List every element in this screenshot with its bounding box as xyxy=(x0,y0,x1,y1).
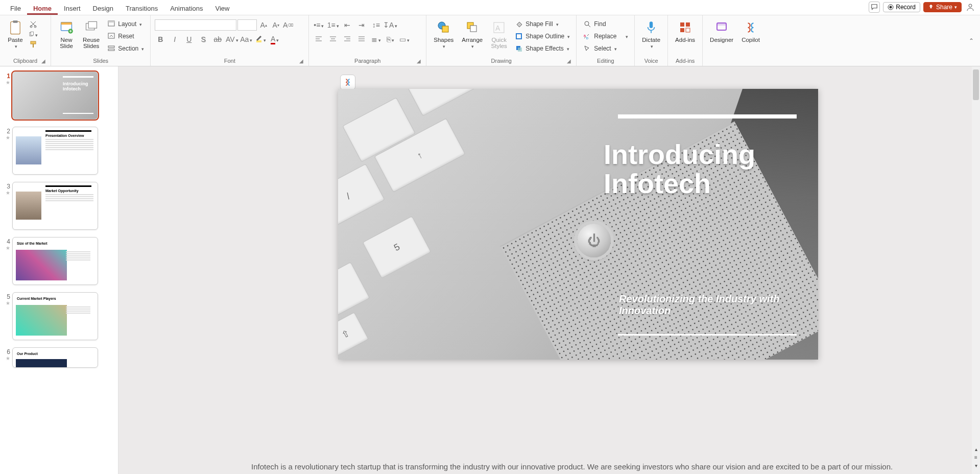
font-launcher-icon[interactable]: ◢ xyxy=(299,58,303,64)
slide-thumbnail-3[interactable]: Market Opportunity xyxy=(12,182,98,230)
layout-button[interactable]: Layout xyxy=(105,18,146,30)
align-text-icon[interactable]: ⎘ xyxy=(385,34,396,45)
replace-label: Replace xyxy=(594,33,616,40)
shape-effects-button[interactable]: Shape Effects xyxy=(512,43,572,54)
increase-font-icon[interactable]: A▴ xyxy=(258,19,269,31)
slide-canvas-area[interactable]: ← / ↑ 5 ⇧ ⏻ Introducing Infotech Revolut… xyxy=(118,66,980,474)
dictate-label: Dictate xyxy=(642,37,660,43)
share-button[interactable]: Share ▾ xyxy=(923,2,962,12)
comments-icon[interactable] xyxy=(869,2,880,13)
decrease-indent-icon[interactable]: ⇤ xyxy=(342,19,353,31)
slide[interactable]: ← / ↑ 5 ⇧ ⏻ Introducing Infotech Revolut… xyxy=(338,89,818,360)
text-shadow-icon[interactable]: S xyxy=(198,34,209,45)
shape-fill-button[interactable]: Shape Fill xyxy=(512,18,572,30)
svg-rect-3 xyxy=(11,21,20,34)
reuse-slides-button[interactable]: Reuse Slides xyxy=(80,17,103,51)
copilot-button[interactable]: Copilot xyxy=(738,17,763,45)
highlight-icon[interactable] xyxy=(255,34,266,45)
svg-rect-23 xyxy=(442,26,448,32)
prev-slide-icon[interactable]: ▴ xyxy=(973,445,979,453)
slide-thumbnail-6[interactable]: Our Product xyxy=(12,347,98,368)
paragraph-launcher-icon[interactable]: ◢ xyxy=(417,58,421,64)
animation-star-icon: ★ xyxy=(1,135,10,140)
justify-icon[interactable] xyxy=(356,34,367,45)
thumb-number: 3 xyxy=(1,182,10,190)
slide-thumbnails-panel[interactable]: 1★ Introducing Infotech 2★ Presentation … xyxy=(0,66,118,474)
tab-animations[interactable]: Animations xyxy=(164,2,209,15)
workspace: 1★ Introducing Infotech 2★ Presentation … xyxy=(0,66,980,474)
shapes-button[interactable]: Shapes xyxy=(431,17,457,51)
thumb-title: Size of the Market xyxy=(17,242,93,245)
slide-subtitle[interactable]: Revolutionizing the Industry with Innova… xyxy=(619,293,798,317)
slide-thumbnail-4[interactable]: Size of the Market xyxy=(12,237,98,285)
columns-icon[interactable]: ≣ xyxy=(370,34,381,45)
font-size-input[interactable] xyxy=(237,19,257,31)
format-painter-icon[interactable] xyxy=(29,40,38,49)
slide-thumbnail-1[interactable]: Introducing Infotech xyxy=(12,72,98,120)
slide-nav-icon[interactable]: ≡ xyxy=(973,454,979,461)
align-left-icon[interactable] xyxy=(313,34,324,45)
character-spacing-icon[interactable]: AV xyxy=(226,34,237,45)
increase-indent-icon[interactable]: ⇥ xyxy=(356,19,367,31)
shape-effects-icon xyxy=(514,44,523,53)
arrange-button[interactable]: Arrange xyxy=(459,17,486,51)
new-slide-button[interactable]: New Slide xyxy=(55,17,78,51)
cut-icon[interactable] xyxy=(29,19,38,29)
designer-suggestion-icon[interactable] xyxy=(340,75,355,90)
drawing-launcher-icon[interactable]: ◢ xyxy=(567,58,571,64)
tab-insert[interactable]: Insert xyxy=(58,2,87,15)
new-slide-icon xyxy=(58,19,75,36)
tab-transitions[interactable]: Transitions xyxy=(119,2,164,15)
align-center-icon[interactable] xyxy=(327,34,339,45)
slide-thumbnail-5[interactable]: Current Market Players xyxy=(12,292,98,340)
smartart-icon[interactable]: ▭ xyxy=(399,34,410,45)
svg-rect-17 xyxy=(108,21,114,22)
bold-icon[interactable]: B xyxy=(155,34,166,45)
decrease-font-icon[interactable]: A▾ xyxy=(270,19,281,31)
designer-button[interactable]: Designer xyxy=(707,17,736,45)
paste-button[interactable]: Paste xyxy=(4,17,27,51)
section-button[interactable]: Section xyxy=(105,43,146,54)
speaker-notes[interactable]: Infotech is a revolutionary tech startup… xyxy=(251,462,968,471)
record-button[interactable]: Record xyxy=(883,2,920,12)
strikethrough-icon[interactable]: ab xyxy=(212,34,223,45)
dictate-button[interactable]: Dictate xyxy=(639,17,663,51)
svg-rect-12 xyxy=(61,22,72,25)
text-direction-icon[interactable]: ↧A xyxy=(385,19,396,31)
quick-styles-label: Quick Styles xyxy=(491,37,507,49)
tab-home[interactable]: Home xyxy=(27,2,58,15)
line-spacing-icon[interactable]: ↕≡ xyxy=(370,19,381,31)
find-button[interactable]: Find xyxy=(581,18,630,30)
collapse-ribbon-icon[interactable]: ⌃ xyxy=(963,37,980,44)
numbering-icon[interactable]: 1≡ xyxy=(327,19,339,31)
tab-view[interactable]: View xyxy=(209,2,235,15)
bullets-icon[interactable]: •≡ xyxy=(313,19,324,31)
change-case-icon[interactable]: Aa xyxy=(241,34,252,45)
shape-outline-button[interactable]: Shape Outline xyxy=(512,31,572,42)
next-slide-icon[interactable]: ▾ xyxy=(973,462,979,469)
copilot-label: Copilot xyxy=(742,37,760,43)
reuse-slides-icon xyxy=(83,19,100,36)
addins-button[interactable]: Add-ins xyxy=(672,17,698,45)
align-right-icon[interactable] xyxy=(342,34,353,45)
font-color-icon[interactable]: A xyxy=(269,34,280,45)
vertical-scrollbar[interactable]: ▴ ≡ ▾ xyxy=(972,66,980,474)
clipboard-launcher-icon[interactable]: ◢ xyxy=(41,58,45,64)
reset-button[interactable]: Reset xyxy=(105,31,146,42)
slide-thumbnail-2[interactable]: Presentation Overview xyxy=(12,127,98,175)
replace-button[interactable]: abReplace xyxy=(581,31,630,42)
select-button[interactable]: Select xyxy=(581,43,630,54)
shape-fill-label: Shape Fill xyxy=(525,20,553,28)
italic-icon[interactable]: I xyxy=(169,34,180,45)
user-account-icon[interactable] xyxy=(965,2,976,13)
clear-formatting-icon[interactable]: A⌫ xyxy=(282,19,294,31)
tab-design[interactable]: Design xyxy=(87,2,119,15)
scrollbar-thumb[interactable] xyxy=(973,69,979,100)
underline-icon[interactable]: U xyxy=(183,34,195,45)
font-name-input[interactable] xyxy=(155,19,236,31)
slide-title[interactable]: Introducing Infotech xyxy=(604,140,787,198)
tab-file[interactable]: File xyxy=(4,2,27,15)
thumb-title: Market Opportunity xyxy=(45,189,98,193)
copy-icon[interactable] xyxy=(29,30,38,39)
thumb-title: Our Product xyxy=(17,352,93,356)
